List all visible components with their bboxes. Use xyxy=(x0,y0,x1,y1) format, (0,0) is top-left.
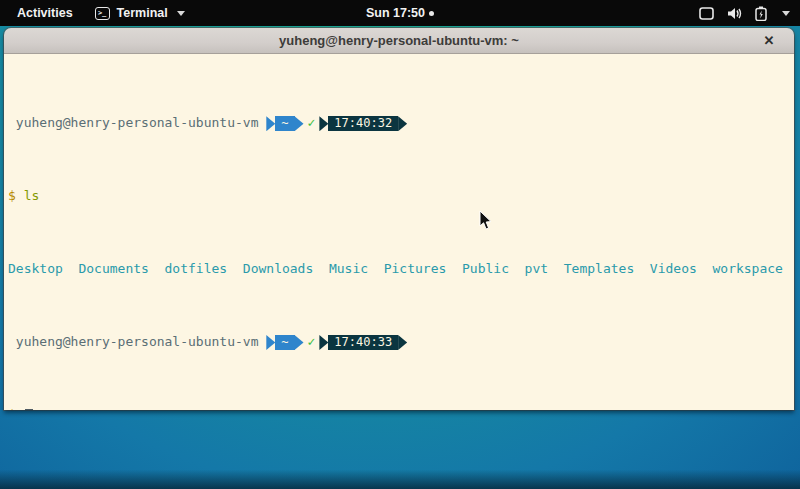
input-line[interactable]: $ xyxy=(8,408,794,410)
notification-dot-icon xyxy=(429,11,434,16)
close-icon[interactable]: ✕ xyxy=(760,32,778,50)
screen-icon xyxy=(699,7,714,20)
powerline-arrow-icon xyxy=(266,116,275,131)
clock-label: Sun 17:50 xyxy=(366,6,425,20)
terminal-window: yuheng@henry-personal-ubuntu-vm: ~ ✕ yuh… xyxy=(4,28,794,410)
directory-item: Public xyxy=(446,261,509,276)
directory-item: Music xyxy=(313,261,368,276)
powerline-arrow-icon xyxy=(295,116,304,131)
powerline-arrow-icon xyxy=(295,335,304,350)
directory-item: dotfiles xyxy=(149,261,227,276)
prompt-line: yuheng@henry-personal-ubuntu-vm ~ ✓ 17:4… xyxy=(8,335,794,350)
status-check-icon: ✓ xyxy=(304,335,320,350)
prompt-user-host: yuheng@henry-personal-ubuntu-vm xyxy=(8,116,266,131)
top-bar: Activities >_ Terminal Sun 17:50 xyxy=(0,0,800,26)
prompt-line: yuheng@henry-personal-ubuntu-vm ~ ✓ 17:4… xyxy=(8,116,794,131)
battery-charging-icon xyxy=(755,6,767,21)
prompt-symbol: $ xyxy=(8,407,24,410)
prompt-user-host: yuheng@henry-personal-ubuntu-vm xyxy=(8,335,266,350)
typed-command: ls xyxy=(24,188,40,203)
chevron-down-icon xyxy=(177,11,185,16)
status-check-icon: ✓ xyxy=(304,116,320,131)
directory-item: Pictures xyxy=(368,261,446,276)
chevron-down-icon xyxy=(782,11,790,16)
prompt-path: ~ xyxy=(275,116,294,131)
powerline-arrow-icon xyxy=(398,116,407,131)
directory-item: Templates xyxy=(548,261,634,276)
command-line: $ ls xyxy=(8,189,794,204)
system-status-area[interactable] xyxy=(699,0,790,26)
window-titlebar[interactable]: yuheng@henry-personal-ubuntu-vm: ~ ✕ xyxy=(4,28,794,54)
powerline-arrow-icon xyxy=(398,335,407,350)
prompt-time: 17:40:32 xyxy=(328,116,398,131)
app-menu-terminal[interactable]: >_ Terminal xyxy=(95,6,185,20)
window-title: yuheng@henry-personal-ubuntu-vm: ~ xyxy=(279,33,519,48)
directory-item: Videos xyxy=(634,261,697,276)
directory-item: Desktop xyxy=(8,261,63,276)
powerline-arrow-icon xyxy=(319,335,328,350)
prompt-time: 17:40:33 xyxy=(328,335,398,350)
activities-button[interactable]: Activities xyxy=(13,4,77,22)
powerline-arrow-icon xyxy=(319,116,328,131)
directory-item: workspace xyxy=(697,261,783,276)
text-cursor xyxy=(25,409,33,410)
directory-item: pvt xyxy=(509,261,548,276)
powerline-arrow-icon xyxy=(266,335,275,350)
clock-button[interactable]: Sun 17:50 xyxy=(366,6,434,20)
directory-item: Downloads xyxy=(227,261,313,276)
prompt-path: ~ xyxy=(275,335,294,350)
directory-listing: Desktop Documents dotfiles Downloads Mus… xyxy=(8,262,794,277)
app-menu-label: Terminal xyxy=(117,6,168,20)
terminal-icon: >_ xyxy=(95,7,110,20)
prompt-symbol: $ xyxy=(8,188,24,203)
volume-icon xyxy=(727,7,742,20)
directory-item: Documents xyxy=(63,261,149,276)
terminal-content[interactable]: yuheng@henry-personal-ubuntu-vm ~ ✓ 17:4… xyxy=(4,54,794,410)
